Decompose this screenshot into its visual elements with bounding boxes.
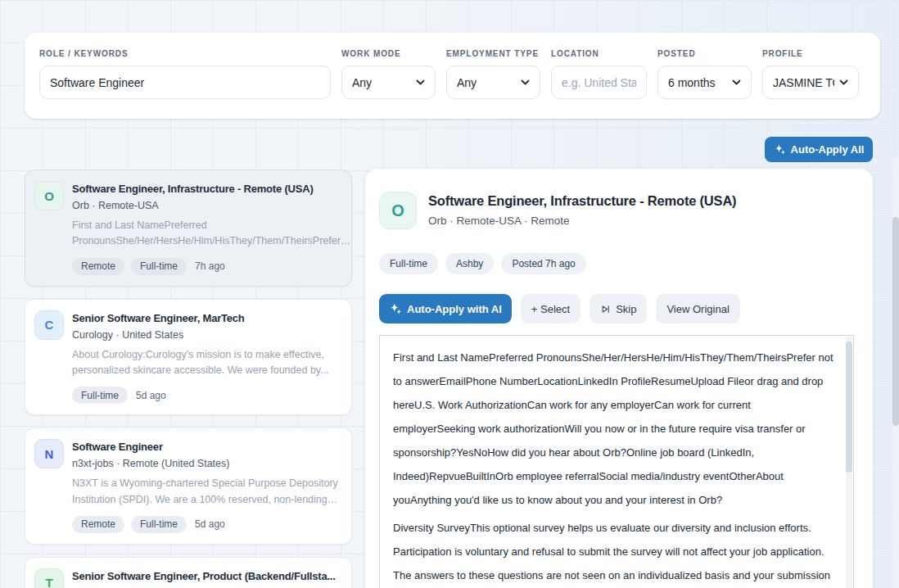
employment-type-select[interactable]: Any (446, 66, 540, 99)
job-card[interactable]: C Senior Software Engineer, MarTech Curo… (25, 299, 352, 416)
skip-icon (600, 304, 611, 314)
location-placeholder: e.g. United Stat (562, 76, 636, 89)
role-keywords-label: ROLE / KEYWORDS (39, 49, 331, 58)
description-paragraph: Diversity SurveyThis optional survey hel… (393, 516, 833, 587)
chevron-down-icon (521, 79, 530, 85)
chevron-down-icon (732, 79, 741, 85)
employment-type-label: EMPLOYMENT TYPE (446, 49, 540, 58)
role-keywords-value: Software Engineer (50, 76, 144, 89)
job-card[interactable]: N Software Engineer n3xt-jobs · Remote (… (25, 427, 352, 545)
view-original-label: View Original (666, 303, 729, 315)
company-avatar: O (34, 181, 64, 210)
job-company: n3xt-jobs · Remote (United States) (72, 458, 229, 469)
badge: Full-time (72, 387, 128, 404)
work-mode-value: Any (352, 76, 411, 89)
posted-value: 6 months (668, 76, 727, 89)
select-button-label: + Select (531, 303, 570, 315)
description-scrollbar[interactable] (846, 337, 852, 588)
page-scrollbar[interactable] (892, 156, 899, 588)
badge: Remote (72, 516, 124, 533)
description-paragraph: First and Last NamePreferred PronounsShe… (393, 346, 833, 512)
job-title: Software Engineer, Infrastructure - Remo… (72, 183, 323, 197)
posted-label: POSTED (657, 49, 752, 58)
job-badges: Full-time5d ago (72, 387, 351, 404)
skip-button-label: Skip (616, 303, 636, 315)
detail-job-title: Software Engineer, Infrastructure - Remo… (428, 193, 736, 209)
job-card[interactable]: T Senior Software Engineer, Product (Bac… (25, 557, 352, 588)
role-keywords-input[interactable]: Software Engineer (39, 66, 331, 99)
description-scrollbar-thumb[interactable] (846, 341, 852, 473)
badge: Remote (72, 258, 124, 275)
detail-badges: Full-timeAshbyPosted 7h ago (379, 253, 854, 274)
chevron-down-icon (839, 79, 848, 85)
job-company: Curology · United States (72, 329, 255, 341)
work-mode-select[interactable]: Any (341, 66, 436, 99)
posted-age: 7h ago (195, 260, 225, 272)
job-badges: RemoteFull-time7h ago (72, 258, 351, 275)
location-input[interactable]: e.g. United Stat (551, 66, 647, 99)
job-detail-panel: O Software Engineer, Infrastructure - Re… (364, 168, 874, 588)
company-avatar: N (34, 439, 64, 468)
posted-select[interactable]: 6 months (657, 66, 752, 99)
sparkle-icon (389, 302, 402, 315)
auto-apply-all-label: Auto-Apply All (791, 143, 865, 156)
job-badges: RemoteFull-time5d ago (72, 516, 351, 533)
auto-apply-with-ai-button[interactable]: Auto-Apply with AI (379, 294, 512, 323)
chevron-down-icon (416, 79, 425, 85)
job-title: Senior Software Engineer, Product (Backe… (72, 570, 346, 584)
job-list: O Software Engineer, Infrastructure - Re… (25, 170, 352, 588)
skip-button[interactable]: Skip (590, 294, 647, 323)
badge: Full-time (379, 253, 438, 274)
company-avatar: C (34, 310, 64, 340)
job-description[interactable]: First and Last NamePreferred PronounsShe… (379, 335, 854, 588)
auto-apply-all-button[interactable]: Auto-Apply All (765, 137, 873, 162)
view-original-button[interactable]: View Original (656, 294, 739, 323)
badge: Full-time (131, 258, 187, 275)
company-avatar: O (379, 192, 417, 229)
company-avatar: T (34, 568, 64, 588)
job-snippet: First and Last NamePreferred PronounsShe… (72, 218, 351, 250)
job-title: Software Engineer (72, 441, 229, 455)
job-snippet: N3XT is a Wyoming-chartered Special Purp… (72, 476, 351, 508)
select-button[interactable]: + Select (521, 294, 581, 323)
profile-label: PROFILE (762, 49, 859, 58)
work-mode-label: WORK MODE (341, 49, 436, 58)
job-snippet: About Curology:Curology's mission is to … (72, 347, 351, 379)
profile-value: JASMINE TO (773, 76, 834, 89)
page-scrollbar-thumb[interactable] (892, 217, 899, 426)
filter-bar: ROLE / KEYWORDS Software Engineer WORK M… (25, 33, 880, 119)
posted-age: 5d ago (136, 390, 166, 401)
job-title: Senior Software Engineer, MarTech (72, 312, 255, 326)
badge: Ashby (445, 253, 494, 274)
sparkle-icon (774, 143, 786, 156)
profile-select[interactable]: JASMINE TO (762, 66, 859, 99)
employment-type-value: Any (457, 76, 516, 89)
job-company: Orb · Remote-USA (72, 200, 323, 211)
posted-age: 5d ago (195, 518, 225, 530)
badge: Posted 7h ago (501, 253, 585, 274)
auto-apply-with-ai-label: Auto-Apply with AI (407, 303, 502, 315)
location-label: LOCATION (551, 49, 647, 58)
detail-job-company: Orb · Remote-USA · Remote (428, 215, 736, 227)
badge: Full-time (131, 516, 187, 533)
job-card[interactable]: O Software Engineer, Infrastructure - Re… (25, 170, 352, 287)
